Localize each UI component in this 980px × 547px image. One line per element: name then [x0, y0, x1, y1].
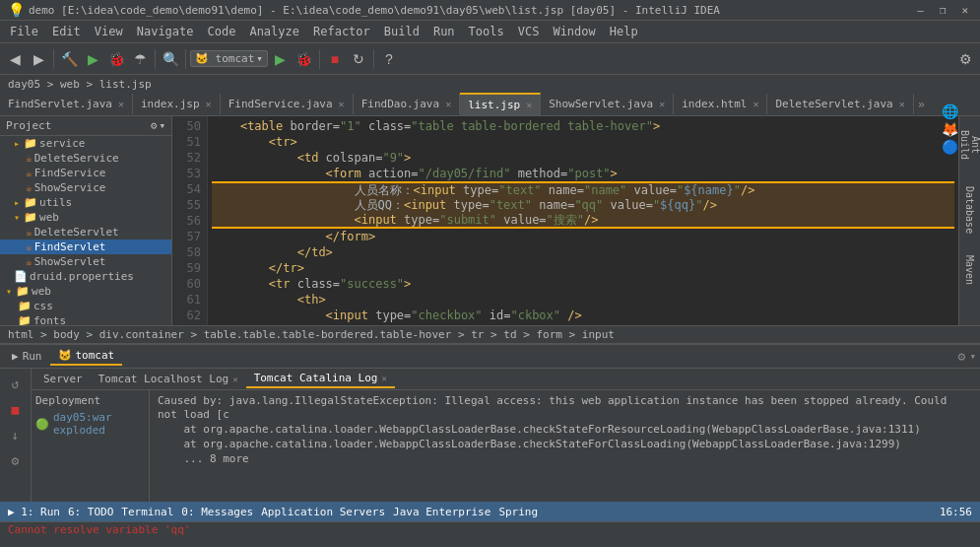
- menu-build[interactable]: Build: [378, 23, 425, 40]
- debug-tomcat-button[interactable]: 🐞: [294, 48, 315, 70]
- code-lines[interactable]: <table border="1" class="table table-bor…: [208, 116, 958, 325]
- menu-analyze[interactable]: Analyze: [243, 23, 305, 40]
- run-tomcat-button[interactable]: ▶: [270, 48, 292, 70]
- tree-item-web[interactable]: ▾ 📁 web: [0, 210, 171, 225]
- tomcat-catalina-tab[interactable]: Tomcat Catalina Log ✕: [246, 370, 395, 388]
- tab-index[interactable]: index.jsp ✕: [133, 94, 221, 114]
- project-tool-icon[interactable]: ⚙: [151, 119, 158, 132]
- settings-button[interactable]: ⚙: [954, 48, 976, 70]
- chrome-icon[interactable]: 🌐: [942, 116, 958, 119]
- tab-DeleteServlet[interactable]: DeleteServlet.java ✕: [767, 94, 913, 114]
- restart-button[interactable]: ↺: [5, 373, 27, 394]
- title-bar: 💡 demo [E:\idea\code_demo\demo91\demo] -…: [0, 0, 980, 21]
- close-icon[interactable]: ✕: [526, 100, 532, 110]
- messages-status[interactable]: 0: Messages: [181, 506, 253, 518]
- close-icon[interactable]: ✕: [445, 99, 451, 109]
- tab-FindService[interactable]: FindService.java ✕: [221, 94, 354, 114]
- menu-refactor[interactable]: Refactor: [307, 23, 376, 40]
- folder-icon: ▾: [6, 286, 12, 297]
- menu-navigate[interactable]: Navigate: [131, 23, 200, 40]
- close-icon[interactable]: ✕: [381, 374, 386, 383]
- menu-vcs[interactable]: VCS: [512, 23, 546, 40]
- close-icon[interactable]: ✕: [206, 99, 212, 109]
- app-servers-status[interactable]: Application Servers: [261, 506, 385, 518]
- status-right: 16:56: [940, 506, 972, 518]
- menu-tools[interactable]: Tools: [463, 23, 510, 40]
- menu-file[interactable]: File: [4, 23, 44, 40]
- coverage-button[interactable]: ☂: [129, 48, 151, 70]
- database-panel[interactable]: Database: [961, 185, 979, 235]
- help-button[interactable]: ?: [378, 48, 400, 70]
- maximize-button[interactable]: ❐: [936, 4, 950, 17]
- tree-item-FindServlet[interactable]: ☕ FindServlet: [0, 239, 171, 254]
- code-line-55: 人员QQ：<input type="text" name="qq" value=…: [212, 197, 954, 213]
- debug-button[interactable]: 🐞: [105, 48, 127, 70]
- settings-server-button[interactable]: ⚙: [5, 449, 27, 471]
- tree-item-DeleteServlet[interactable]: ☕ DeleteServlet: [0, 225, 171, 239]
- tomcat-localhost-tab[interactable]: Tomcat Localhost Log ✕: [91, 371, 246, 387]
- tree-item-service[interactable]: ▸ 📁 service: [0, 136, 171, 151]
- tab-index-html[interactable]: index.html ✕: [674, 94, 767, 114]
- run-button[interactable]: ▶: [82, 48, 103, 70]
- stop-server-button[interactable]: ■: [5, 398, 27, 420]
- menu-view[interactable]: View: [89, 23, 129, 40]
- firefox-icon[interactable]: 🦊: [942, 121, 958, 137]
- toolbar-separator-5: [373, 49, 374, 69]
- tree-item-css[interactable]: 📁 css: [0, 299, 171, 313]
- close-icon[interactable]: ✕: [752, 99, 758, 109]
- run-config-dropdown[interactable]: 🐱 tomcat ▾: [190, 50, 268, 67]
- spring-status[interactable]: Spring: [498, 506, 538, 518]
- forward-button[interactable]: ▶: [28, 48, 49, 70]
- menu-edit[interactable]: Edit: [46, 23, 87, 40]
- menu-help[interactable]: Help: [604, 23, 644, 40]
- tree-item-fonts[interactable]: 📁 fonts: [0, 313, 171, 325]
- bottom-settings-button[interactable]: ⚙: [958, 349, 966, 364]
- code-line-54: 人员名称：<input type="text" name="name" valu…: [212, 181, 954, 197]
- tomcat-tab[interactable]: 🐱 tomcat: [50, 347, 123, 366]
- tree-item-FindService[interactable]: ☕ FindService: [0, 166, 171, 180]
- project-expand-icon[interactable]: ▾: [159, 119, 165, 132]
- terminal-status[interactable]: Terminal: [121, 506, 173, 518]
- tree-item-DeleteService[interactable]: ☕ DeleteService: [0, 151, 171, 166]
- update-button[interactable]: ↻: [348, 48, 369, 70]
- tomcat-localhost-label: Tomcat Localhost Log: [98, 373, 229, 385]
- close-icon[interactable]: ✕: [232, 375, 237, 384]
- tab-FindServlet[interactable]: FindServlet.java ✕: [0, 94, 133, 114]
- tree-item-ShowService[interactable]: ☕ ShowService: [0, 180, 171, 195]
- menu-code[interactable]: Code: [202, 23, 242, 40]
- bottom-expand-button[interactable]: ▾: [969, 350, 976, 363]
- scroll-down-button[interactable]: ↓: [5, 424, 27, 445]
- tree-item-ShowServlet[interactable]: ☕ ShowServlet: [0, 254, 171, 269]
- menu-run[interactable]: Run: [427, 23, 461, 40]
- edge-icon[interactable]: 🔵: [942, 139, 958, 155]
- maven-panel[interactable]: Maven: [961, 250, 979, 290]
- stop-button[interactable]: ■: [324, 48, 346, 70]
- run-tab[interactable]: ▶ Run: [4, 348, 50, 365]
- menu-window[interactable]: Window: [547, 23, 601, 40]
- project-header: Project ⚙ ▾: [0, 116, 171, 136]
- search-button[interactable]: 🔍: [160, 48, 181, 70]
- todo-status[interactable]: 6: TODO: [68, 506, 113, 518]
- close-icon[interactable]: ✕: [659, 99, 665, 109]
- tab-list-jsp[interactable]: list.jsp ✕: [460, 93, 541, 115]
- tab-ShowServlet[interactable]: ShowServlet.java ✕: [541, 94, 674, 114]
- server-tab[interactable]: Server: [35, 371, 91, 387]
- tree-item-druid[interactable]: 📄 druid.properties: [0, 269, 171, 284]
- close-button[interactable]: ✕: [957, 4, 972, 17]
- minimize-button[interactable]: —: [913, 4, 928, 17]
- tab-label: list.jsp: [468, 99, 520, 111]
- java-enterprise-status[interactable]: Java Enterprise: [393, 506, 490, 518]
- menu-bar: File Edit View Navigate Code Analyze Ref…: [0, 21, 980, 43]
- close-icon[interactable]: ✕: [339, 99, 345, 109]
- ant-build-panel[interactable]: Ant Build: [961, 120, 979, 170]
- run-status[interactable]: ▶ 1: Run: [8, 506, 60, 518]
- close-icon[interactable]: ✕: [118, 99, 124, 109]
- tree-item-web2[interactable]: ▾ 📁 web: [0, 284, 171, 299]
- more-tabs-button[interactable]: »: [914, 96, 929, 113]
- close-icon[interactable]: ✕: [899, 99, 905, 109]
- deployment-item[interactable]: 🟢 day05:war exploded: [35, 411, 145, 437]
- back-button[interactable]: ◀: [4, 48, 26, 70]
- tab-FindDao[interactable]: FindDao.java ✕: [354, 94, 461, 114]
- build-button[interactable]: 🔨: [58, 48, 80, 70]
- tree-item-utils[interactable]: ▸ 📁 utils: [0, 195, 171, 210]
